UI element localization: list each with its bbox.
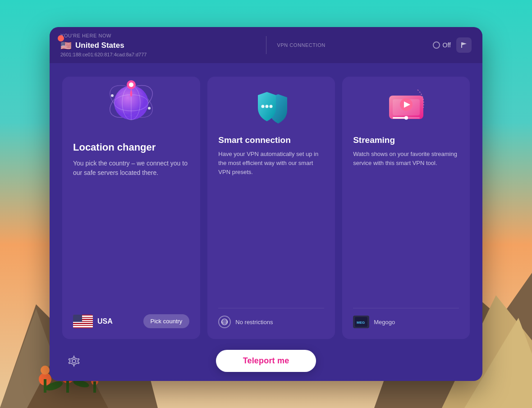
svg-point-46 (404, 116, 408, 120)
svg-rect-45 (393, 117, 406, 119)
here-label: YOU'RE HERE NOW (60, 33, 111, 38)
vpn-controls: Off (433, 37, 472, 53)
smart-description: Have your VPN automatically set up in th… (218, 150, 324, 301)
country-name-text: USA (97, 317, 113, 325)
megogo-logo: MEG (353, 316, 369, 328)
globe-small-icon (221, 318, 228, 325)
smart-connection-card: Smart connection Have your VPN automatic… (207, 77, 335, 339)
svg-rect-11 (44, 379, 46, 393)
megogo-label: Megogo (374, 319, 395, 325)
svg-rect-22 (461, 42, 462, 48)
location-description: You pick the country – we connect you to… (73, 159, 189, 298)
flag-button[interactable] (456, 37, 472, 53)
svg-point-33 (129, 83, 133, 87)
teleport-button[interactable]: Teleport me (216, 350, 316, 372)
smart-footer[interactable]: No restrictions (218, 308, 324, 328)
vpn-status: Off (433, 41, 451, 49)
megogo-icon-svg: MEG (355, 317, 367, 327)
main-content: Location changer You pick the country – … (50, 63, 482, 381)
location-footer: USA Pick country (73, 307, 189, 328)
streaming-title: Streaming (353, 135, 459, 145)
vpn-status-circle (433, 41, 440, 49)
country-name: United States (75, 41, 124, 50)
no-restrictions-icon (218, 316, 231, 328)
svg-text:MEG: MEG (357, 321, 365, 325)
vpn-label: VPN CONNECTION (277, 42, 326, 48)
current-country: 🇺🇸 United States (60, 40, 124, 51)
settings-gear-icon (68, 355, 80, 367)
bottom-bar: Teleport me (62, 350, 470, 372)
smart-title: Smart connection (218, 135, 324, 145)
location-card: Location changer You pick the country – … (62, 77, 200, 339)
country-info: USA (73, 315, 113, 328)
usa-flag (73, 315, 93, 328)
location-section: YOU'RE HERE NOW 🇺🇸 United States 2601:18… (60, 33, 255, 57)
svg-point-30 (111, 94, 114, 97)
streaming-icon (384, 87, 429, 128)
streaming-icon-area (353, 87, 459, 128)
globe-svg (104, 77, 158, 126)
svg-point-10 (41, 366, 50, 375)
svg-point-34 (261, 105, 264, 108)
smart-icon-area (218, 87, 324, 128)
close-button[interactable] (58, 35, 64, 41)
svg-rect-18 (93, 381, 96, 393)
header-divider (266, 36, 266, 54)
cards-row: Location changer You pick the country – … (62, 77, 470, 339)
streaming-footer[interactable]: MEG Megogo (353, 308, 459, 328)
header-bar: YOU'RE HERE NOW 🇺🇸 United States 2601:18… (50, 27, 482, 63)
vpn-status-label: Off (443, 41, 451, 49)
vpn-section: VPN CONNECTION Off (277, 37, 472, 53)
streaming-card: Streaming Watch shows on your favorite s… (342, 77, 470, 339)
globe-icon-container (104, 77, 158, 126)
svg-point-31 (148, 107, 151, 110)
pick-country-button[interactable]: Pick country (143, 314, 190, 328)
app-window: YOU'RE HERE NOW 🇺🇸 United States 2601:18… (50, 27, 482, 381)
svg-point-49 (72, 359, 76, 363)
svg-marker-23 (462, 42, 467, 45)
settings-button[interactable] (66, 353, 82, 369)
flag-icon (461, 42, 467, 48)
svg-point-36 (269, 105, 272, 108)
streaming-description: Watch shows on your favorite streaming s… (353, 150, 459, 301)
location-title: Location changer (73, 142, 189, 153)
no-restrictions-label: No restrictions (235, 319, 273, 325)
smart-connection-icon (249, 87, 294, 128)
ip-address: 2601:188:ce01:620:817:4cad:8a7:d777 (60, 52, 147, 57)
svg-point-35 (265, 105, 268, 108)
traffic-lights (58, 35, 64, 43)
